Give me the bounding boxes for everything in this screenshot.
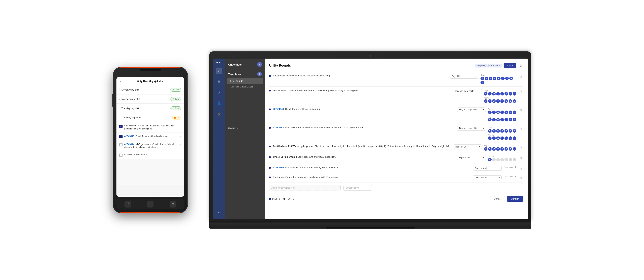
row-interval-dropdown-4[interactable]: Day and night shifts▾ <box>457 126 486 131</box>
tag-link-42fv3344[interactable]: 42FV3344 <box>124 143 134 145</box>
task-more-4[interactable]: ··· <box>178 153 181 156</box>
row-delete-8[interactable]: 🗑 <box>518 175 524 180</box>
task-more-2[interactable]: ··· <box>178 135 181 138</box>
sidebar-home-icon[interactable]: ⌂ <box>216 68 222 74</box>
task-checkbox-4[interactable] <box>119 153 122 157</box>
phone-content: › Monday day shift ✓ Done › Monday night… <box>116 85 184 185</box>
nav-sub-item-logistics[interactable]: Logistics, Crane & Deck <box>226 84 265 89</box>
row-delete-7[interactable]: 🗑 <box>518 166 524 171</box>
task-more-1[interactable]: ··· <box>178 124 181 127</box>
task-checkbox-1[interactable] <box>119 125 122 128</box>
checklist-row-1: Bosun store : Check bilge wells. Visual … <box>269 72 524 87</box>
circle: W <box>492 92 496 96</box>
cancel-button[interactable]: Cancel <box>490 196 505 202</box>
shift-header-monday-night[interactable]: › Monday night shift ✓ Done <box>116 95 184 104</box>
sidebar-people-icon[interactable]: 👤 <box>216 100 222 106</box>
phone-title: Utility Ukentlig sjekklis... <box>136 80 165 83</box>
phone-device: ← Utility Ukentlig sjekklis... ··· › Mon… <box>113 67 188 213</box>
tag-link-42fv3343-main[interactable]: 42FV3343 <box>273 108 284 110</box>
edit-label: Edit <box>510 64 514 67</box>
shift-header-monday-day[interactable]: › Monday day shift ✓ Done <box>116 85 184 94</box>
confirm-button[interactable]: Confirm <box>506 196 524 202</box>
circle: T <box>488 147 492 151</box>
shift-name-tuesday-day: Tuesday day shift <box>122 107 140 110</box>
row-delete-2[interactable]: 🗑 <box>518 89 524 94</box>
circle: M <box>488 137 492 140</box>
phone-camera <box>149 72 152 74</box>
phone-back-btn[interactable]: ← <box>119 79 122 83</box>
nav-checklists-add-btn[interactable]: + <box>257 62 262 67</box>
row-text-7: 42FV3349: MGPS check. Registrate V/A eve… <box>273 166 471 169</box>
sidebar-help-icon[interactable]: ? <box>216 210 222 216</box>
row-delete-4[interactable]: 🗑 <box>518 126 524 131</box>
row-delete-1[interactable]: 🗑 <box>518 74 524 79</box>
once-week-label-8: Once a week <box>504 175 516 178</box>
circle: T <box>500 129 504 133</box>
phone-back-nav-btn[interactable]: ◁ <box>124 201 131 207</box>
tags-label: TAGS <box>272 198 278 200</box>
task-checkbox-2[interactable] <box>119 135 122 139</box>
row-interval-dropdown-8[interactable]: Once a week▾ <box>473 175 502 180</box>
circle: W <box>492 99 496 103</box>
edit-button[interactable]: ✎ Edit <box>504 63 516 68</box>
phone-bottom-bar: ◁ ○ □ <box>116 199 184 209</box>
sidebar-list-icon[interactable]: ☰ <box>216 79 222 85</box>
nav-checklists-title: Checklists <box>228 63 242 66</box>
circle: M <box>513 147 516 151</box>
checklist-row-2: Lub oil filters : Check both duplex and … <box>269 87 524 105</box>
tag-link-42fv3343[interactable]: 42FV3343 <box>124 135 134 138</box>
nav-templates-add-btn[interactable]: + <box>257 72 262 76</box>
footer-left: TAGS 3 TEXT 5 <box>269 198 294 200</box>
shift-group-tuesday-day: › Tuesday day shift ✓ Done <box>116 104 184 113</box>
task-more-3[interactable]: ··· <box>178 143 181 146</box>
task-checkbox-3[interactable] <box>119 143 122 146</box>
nav-item-utility-rounds[interactable]: Utility Rounds <box>227 78 263 84</box>
night-circles-2: M T W T F S S M <box>484 99 516 103</box>
row-interval-dropdown-7[interactable]: Once a week▾ <box>473 166 502 170</box>
circle: M <box>488 158 492 161</box>
circle: F <box>504 111 508 114</box>
row-delete-5[interactable]: 🗑 <box>518 144 524 149</box>
nav-section-templates: Templates + <box>226 68 265 78</box>
sidebar-globe-icon[interactable]: ◎ <box>216 89 222 96</box>
checklist-row-8: Emergency Generator: Testrun in coordina… <box>269 173 524 183</box>
row-interval-dropdown-1[interactable]: Day shifts▾ <box>450 74 478 79</box>
circle: M <box>513 92 516 96</box>
shift-group-monday-day: › Monday day shift ✓ Done <box>116 85 184 94</box>
phone-accent-bottom <box>120 212 180 213</box>
add-template-input[interactable]: Add new template form <box>269 185 340 191</box>
row-interval-dropdown-5[interactable]: Night shifts▾ <box>453 144 482 149</box>
days-label-4: Days <box>488 127 492 129</box>
panel-delete-btn[interactable]: 🗑 <box>518 63 524 68</box>
checklist-row-3: 42FV3343: Check for correct level on bea… <box>269 105 524 124</box>
select-interval-dropdown[interactable]: Select Interval <box>344 185 372 191</box>
row-interval-dropdown-3[interactable]: Day and night shifts▾ <box>457 107 486 112</box>
row-interval-dropdown-2[interactable]: Day and night shifts▾ <box>453 89 482 93</box>
app-container: INFIELD ⌂ ☰ ◎ 👤 ⚡ ? Checklists + Templat… <box>213 59 528 219</box>
circle: W <box>496 129 500 133</box>
phone-side-btn-top <box>187 89 188 98</box>
phone-more-btn[interactable]: ··· <box>178 80 181 83</box>
shift-header-tuesday-night[interactable]: ∨ Tuesday night shift ⬤ 2/4 <box>116 113 184 122</box>
sidebar-chart-icon[interactable]: ⚡ <box>216 111 222 117</box>
days-label-3: Days <box>488 108 492 110</box>
circle: F <box>500 92 504 96</box>
row-delete-3[interactable]: 🗑 <box>518 107 524 112</box>
row-interval-dropdown-6[interactable]: Night shifts▾ <box>457 155 486 160</box>
tag-link-42fv3344-main[interactable]: 42FV3344 <box>273 126 284 129</box>
nav-item-revisions[interactable]: Revisions <box>226 125 265 132</box>
circle: T <box>492 137 496 140</box>
row-delete-6[interactable]: 🗑 <box>518 155 524 160</box>
tag-link-42fv3349[interactable]: 42FV3349 <box>273 166 284 169</box>
circle: F <box>504 118 508 122</box>
shift-header-tuesday-day[interactable]: › Tuesday day shift ✓ Done <box>116 104 184 113</box>
circle: W <box>496 118 500 122</box>
phone-home-btn[interactable]: ○ <box>147 201 154 207</box>
phone-left-btn <box>112 94 113 107</box>
phone-square-btn[interactable]: □ <box>170 201 176 207</box>
nights-label-4: Nights <box>488 134 494 136</box>
once-week-label-7: Once a week <box>504 166 516 168</box>
row-schedule-4: Days M T W T F S S <box>488 126 516 140</box>
day-circles-2: M T W T F S S M <box>484 92 516 96</box>
circle: F <box>497 77 500 80</box>
